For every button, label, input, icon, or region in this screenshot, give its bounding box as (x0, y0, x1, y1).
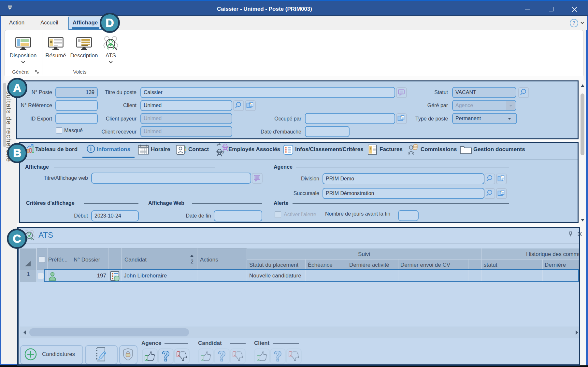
svg-text:?: ? (222, 149, 224, 155)
svg-text:2: 2 (191, 259, 194, 264)
